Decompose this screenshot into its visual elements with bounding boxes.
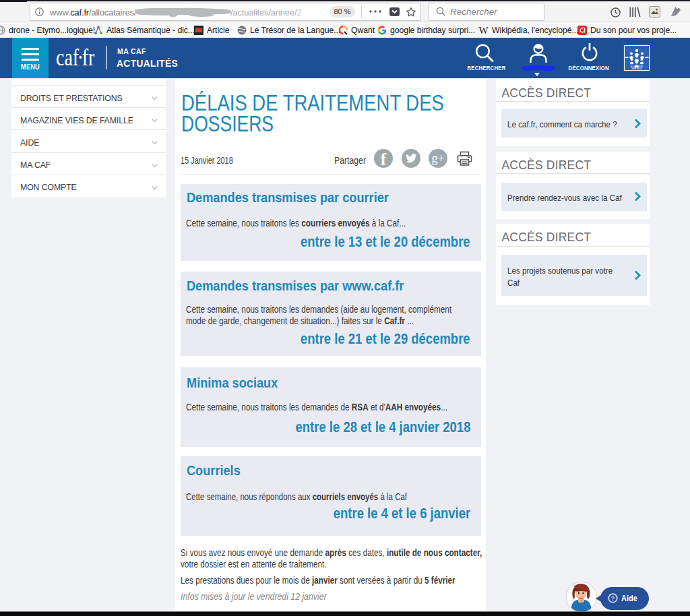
svg-text:?: ? [611, 594, 615, 602]
svg-text:FAMILIALES: FAMILIALES [632, 67, 642, 70]
